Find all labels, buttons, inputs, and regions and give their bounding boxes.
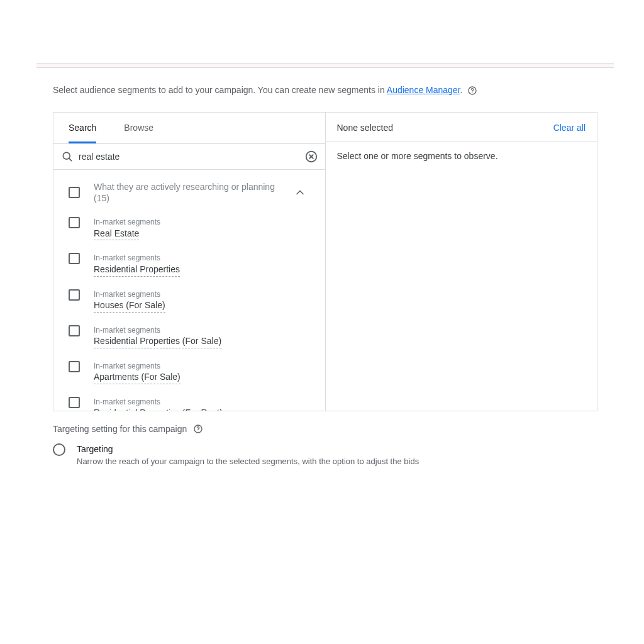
svg-point-8	[198, 430, 199, 431]
targeting-heading: Targeting setting for this campaign	[53, 424, 597, 434]
segment-category: In-market segments	[94, 361, 180, 371]
segment-text: In-market segments Residential Propertie…	[94, 397, 223, 411]
radio-text: Targeting Narrow the reach of your campa…	[77, 443, 419, 467]
segment-name: Houses (For Sale)	[94, 299, 165, 313]
segment-row[interactable]: In-market segments Residential Propertie…	[69, 319, 310, 355]
clear-search-icon[interactable]	[303, 148, 320, 165]
group-title: What they are actively researching or pl…	[94, 181, 292, 205]
segment-text: In-market segments Residential Propertie…	[94, 253, 180, 276]
svg-point-1	[472, 92, 473, 93]
segment-text: In-market segments Houses (For Sale)	[94, 289, 165, 313]
segment-name: Apartments (For Sale)	[94, 371, 180, 384]
tab-browse[interactable]: Browse	[124, 113, 153, 143]
audience-manager-link[interactable]: Audience Manager	[387, 85, 460, 95]
help-icon[interactable]	[467, 86, 477, 96]
segment-checkbox[interactable]	[69, 253, 80, 264]
segment-row[interactable]: In-market segments Houses (For Sale)	[69, 283, 310, 319]
chevron-up-icon[interactable]	[292, 185, 308, 200]
search-input[interactable]	[77, 148, 303, 165]
selected-placeholder: Select one or more segments to observe.	[326, 142, 597, 170]
targeting-option-row[interactable]: Targeting Narrow the reach of your campa…	[53, 434, 597, 470]
segment-name: Residential Properties (For Sale)	[94, 335, 221, 348]
segment-group-header[interactable]: What they are actively researching or pl…	[69, 175, 310, 211]
segment-text: In-market segments Residential Propertie…	[94, 325, 221, 348]
segment-row[interactable]: In-market segments Residential Propertie…	[69, 247, 310, 282]
segment-text: In-market segments Apartments (For Sale)	[94, 361, 180, 384]
segment-checkbox[interactable]	[69, 361, 80, 372]
segment-checkbox[interactable]	[69, 289, 80, 301]
segment-checkbox[interactable]	[69, 217, 80, 228]
tab-search[interactable]: Search	[69, 113, 96, 143]
segments-panel: Search Browse	[53, 112, 597, 411]
group-checkbox[interactable]	[69, 187, 80, 198]
segment-checkbox[interactable]	[69, 325, 80, 336]
radio-title: Targeting	[77, 443, 419, 456]
results-container: What they are actively researching or pl…	[53, 170, 325, 411]
segment-row[interactable]: In-market segments Residential Propertie…	[69, 391, 310, 411]
segment-row[interactable]: In-market segments Real Estate	[69, 211, 310, 247]
segment-name: Real Estate	[94, 228, 139, 241]
intro-text: Select audience segments to add to your …	[36, 68, 614, 102]
intro-suffix: .	[460, 85, 463, 95]
segment-category: In-market segments	[94, 253, 180, 263]
segments-left-pane: Search Browse	[53, 113, 326, 411]
help-icon[interactable]	[193, 424, 203, 434]
segment-category: In-market segments	[94, 289, 165, 299]
segments-right-pane: None selected Clear all Select one or mo…	[326, 113, 597, 411]
targeting-section: Targeting setting for this campaign Targ…	[36, 411, 614, 470]
audience-segments-panel: Select audience segments to add to your …	[36, 63, 614, 470]
segment-text: In-market segments Real Estate	[94, 217, 160, 240]
segment-name: Residential Properties (For Rent)	[94, 407, 223, 411]
radio-targeting[interactable]	[53, 443, 65, 456]
segment-checkbox[interactable]	[69, 397, 80, 408]
results-scroll[interactable]: What they are actively researching or pl…	[53, 170, 325, 411]
svg-line-3	[69, 158, 72, 160]
segment-category: In-market segments	[94, 217, 160, 227]
intro-prefix: Select audience segments to add to your …	[53, 85, 387, 95]
selected-header: None selected Clear all	[326, 113, 597, 142]
segment-name: Residential Properties	[94, 264, 180, 277]
selected-count-label: None selected	[337, 123, 394, 133]
clear-all-button[interactable]: Clear all	[553, 123, 586, 133]
radio-desc: Narrow the reach of your campaign to the…	[77, 456, 419, 467]
tabs-row: Search Browse	[53, 113, 325, 144]
search-row	[53, 144, 325, 170]
segment-row[interactable]: In-market segments Apartments (For Sale)	[69, 355, 310, 391]
segment-category: In-market segments	[94, 325, 221, 335]
segment-category: In-market segments	[94, 397, 223, 407]
targeting-heading-text: Targeting setting for this campaign	[53, 424, 187, 434]
search-icon	[60, 149, 75, 164]
